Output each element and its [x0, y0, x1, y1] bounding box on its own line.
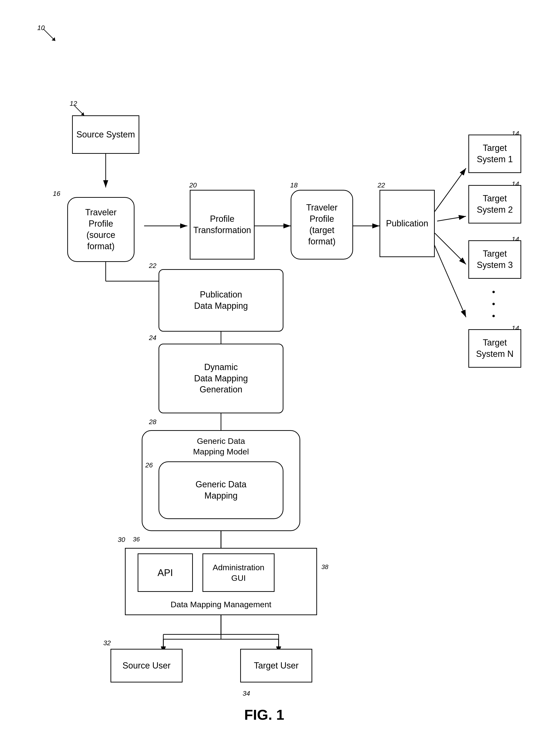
traveler-profile-source-box: Traveler Profile (source format) [67, 197, 135, 262]
target-system-3-box: Target System 3 [468, 240, 521, 279]
generic-data-mapping-box: Generic Data Mapping [159, 461, 283, 519]
profile-transformation-box: Profile Transformation [190, 190, 255, 260]
ref-32: 32 [103, 639, 111, 647]
administration-gui-box: Administration GUI [203, 553, 274, 592]
data-mapping-management-label: Data Mapping Management [171, 599, 272, 610]
publication-data-mapping-box: Publication Data Mapping [159, 269, 283, 332]
generic-data-mapping-model-label: Generic Data Mapping Model [143, 436, 299, 457]
ref-28: 28 [149, 418, 156, 426]
administration-gui-label: Administration GUI [213, 562, 264, 583]
source-user-label: Source User [123, 660, 171, 671]
traveler-profile-target-label: Traveler Profile (target format) [306, 202, 338, 247]
source-user-box: Source User [111, 649, 183, 682]
api-box: API [138, 553, 193, 592]
api-label: API [158, 566, 173, 579]
profile-transformation-label: Profile Transformation [193, 213, 251, 236]
data-mapping-management-box: 36 API Administration GUI 38 Data Mappin… [125, 548, 317, 615]
dynamic-data-mapping-box: Dynamic Data Mapping Generation [159, 344, 283, 413]
target-system-1-label: Target System 1 [477, 143, 513, 165]
ref-38: 38 [321, 563, 328, 571]
target-system-2-label: Target System 2 [477, 193, 513, 216]
ref-30: 30 [118, 536, 125, 544]
dot-1 [492, 291, 495, 293]
ref-24: 24 [149, 334, 156, 342]
target-system-n-box: Target System N [468, 329, 521, 368]
ref-34: 34 [243, 690, 250, 697]
svg-line-7 [437, 216, 466, 221]
ref-20: 20 [189, 181, 197, 189]
svg-line-8 [435, 233, 466, 264]
dot-2 [492, 303, 495, 305]
target-user-box: Target User [240, 649, 312, 682]
dot-3 [492, 315, 495, 317]
svg-line-9 [432, 240, 466, 317]
fig-label: FIG. 1 [204, 706, 324, 723]
target-system-n-label: Target System N [476, 337, 514, 360]
ref-26: 26 [145, 461, 153, 469]
source-system-label: Source System [76, 129, 135, 140]
fig-label-text: FIG. 1 [244, 707, 284, 723]
target-user-label: Target User [254, 660, 298, 671]
svg-line-6 [435, 168, 466, 211]
publication-data-mapping-label: Publication Data Mapping [194, 289, 248, 312]
target-system-1-box: Target System 1 [468, 135, 521, 173]
ref-18: 18 [290, 181, 297, 189]
traveler-profile-target-box: Traveler Profile (target format) [290, 190, 353, 260]
ref-10-arrow [43, 29, 58, 43]
ref-36: 36 [133, 535, 140, 544]
target-system-3-label: Target System 3 [477, 248, 513, 271]
dynamic-data-mapping-label: Dynamic Data Mapping Generation [194, 362, 248, 395]
publication-box: Publication [379, 190, 435, 257]
publication-label: Publication [386, 218, 428, 229]
ref-22b: 22 [149, 262, 156, 270]
traveler-profile-source-label: Traveler Profile (source format) [85, 207, 117, 252]
ref-16: 16 [53, 190, 60, 198]
target-system-2-box: Target System 2 [468, 185, 521, 223]
generic-data-mapping-label: Generic Data Mapping [196, 479, 247, 502]
source-system-box: Source System [72, 115, 139, 154]
ref-22a: 22 [377, 181, 385, 189]
diagram: 10 12 Source System 16 Traveler Profile … [0, 0, 545, 756]
